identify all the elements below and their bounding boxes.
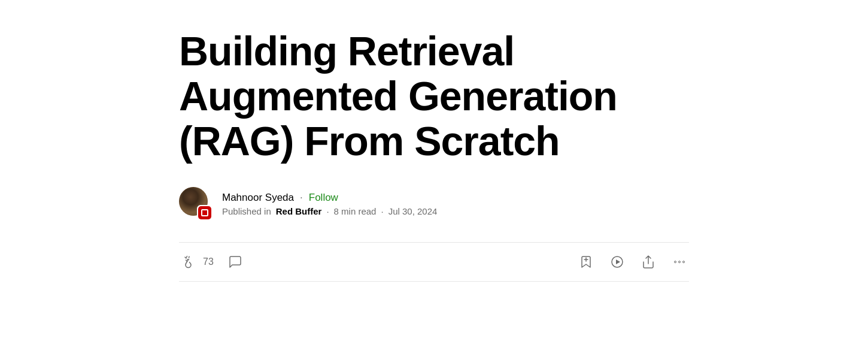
action-bar: 73 [179,243,689,281]
publication-name[interactable]: Red Buffer [276,206,322,216]
action-bar-left: 73 [179,252,245,271]
svg-point-6 [683,261,685,263]
meta-dot-2: · [381,206,383,216]
avatar-container [179,187,213,221]
read-time: 8 min read [334,206,377,216]
clap-group: 73 [179,252,214,271]
author-meta: Mahnoor Syeda · Follow Published in Red … [222,192,437,216]
publication-logo [198,206,211,219]
clap-icon [181,255,196,269]
comment-icon [228,255,242,269]
clap-button[interactable] [179,252,198,271]
share-icon [641,255,655,269]
published-in-label: Published in [222,206,271,216]
divider-bottom [179,281,689,282]
listen-icon [610,255,624,269]
save-button[interactable] [576,252,596,271]
article-title: Building Retrieval Augmented Generation … [179,29,689,163]
svg-point-4 [675,261,676,263]
listen-button[interactable] [608,252,627,271]
meta-row: Published in Red Buffer · 8 min read · J… [222,206,437,216]
follow-button[interactable]: Follow [309,192,338,204]
article-container: Building Retrieval Augmented Generation … [165,0,703,282]
share-button[interactable] [639,252,658,271]
save-icon [579,255,593,269]
clap-count: 73 [203,257,214,267]
more-button[interactable] [670,252,689,271]
publish-date: Jul 30, 2024 [389,206,438,216]
separator-dot: · [300,192,303,204]
publication-avatar [197,205,213,221]
svg-point-5 [679,261,681,263]
svg-marker-3 [616,260,620,264]
meta-dot-1: · [326,206,329,216]
more-icon [672,255,687,269]
author-name-row: Mahnoor Syeda · Follow [222,192,437,204]
author-name: Mahnoor Syeda [222,192,294,204]
action-bar-right [576,252,689,271]
comment-button[interactable] [226,252,245,271]
author-section: Mahnoor Syeda · Follow Published in Red … [179,187,689,221]
